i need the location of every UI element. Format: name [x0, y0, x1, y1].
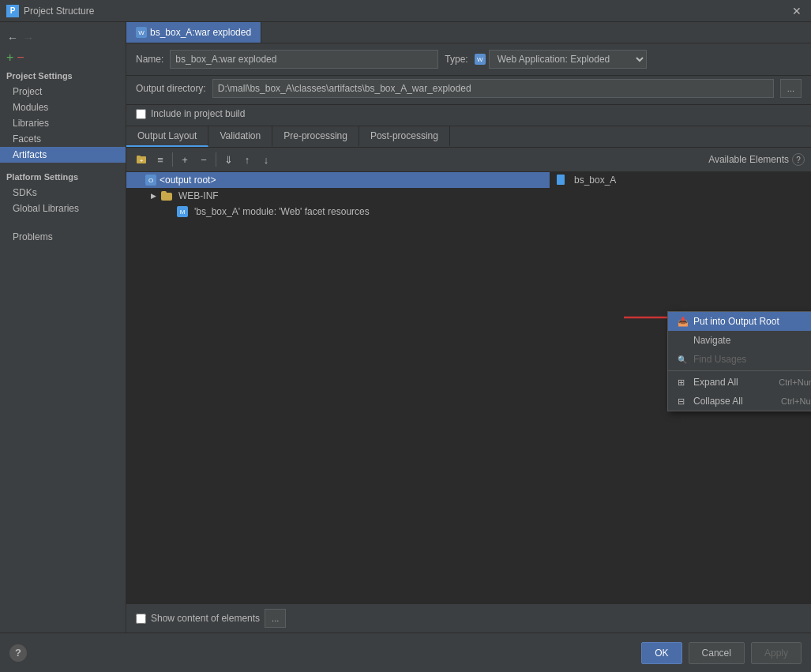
context-menu-item-find-usages: 🔍 Find Usages Ctrl+G: [668, 350, 811, 369]
put-into-label: Put into Output Root: [693, 316, 779, 327]
layout-toolbar: + ≡ + − ⇓ ↑ ↓ Available Elements ?: [126, 148, 811, 172]
sidebar-nav-icons: ← →: [0, 28, 126, 47]
tree-arrow-web-inf[interactable]: ▶: [148, 191, 158, 201]
type-select[interactable]: Web Application: Exploded: [489, 50, 647, 69]
artifact-tab-icon: W: [136, 27, 147, 38]
sidebar-item-sdks[interactable]: SDKs: [0, 185, 126, 201]
output-dir-label: Output directory:: [136, 83, 206, 94]
right-item-bs-box-a[interactable]: bs_box_A: [550, 172, 811, 188]
sidebar-item-facets[interactable]: Facets: [0, 131, 126, 147]
context-menu-item-navigate[interactable]: Navigate F12: [668, 331, 811, 350]
tab-validation[interactable]: Validation: [208, 126, 272, 147]
move-up-button[interactable]: ↑: [238, 151, 256, 168]
sidebar: ← → + − Project Settings Project Modules…: [0, 22, 126, 633]
type-label: Type:: [445, 54, 467, 65]
sidebar-item-libraries[interactable]: Libraries: [0, 115, 126, 131]
find-usages-icon: 🔍: [678, 355, 690, 364]
output-root-icon: O: [145, 175, 156, 186]
remove-button[interactable]: −: [195, 151, 212, 168]
tree-item-web-inf-label: WEB-INF: [178, 190, 219, 201]
tree-item-module-resources[interactable]: M 'bs_box_A' module: 'Web' facet resourc…: [126, 204, 550, 220]
type-icon: W: [475, 54, 486, 65]
nav-back-icon[interactable]: ←: [6, 32, 19, 44]
output-dir-input[interactable]: [212, 79, 774, 98]
available-help-icon[interactable]: ?: [792, 153, 805, 166]
window-title: Project Structure: [24, 6, 94, 17]
footer-left: ?: [9, 644, 27, 662]
sidebar-item-project[interactable]: Project: [0, 84, 126, 99]
remove-item-button[interactable]: −: [17, 51, 24, 65]
title-bar-left: P Project Structure: [6, 5, 94, 17]
tree-item-web-inf[interactable]: ▶ WEB-INF: [126, 188, 550, 204]
context-menu-sep-1: [668, 370, 811, 371]
tree-arrow-output-root: [133, 175, 142, 185]
tree-item-output-root-label: <output root>: [160, 175, 216, 186]
footer-buttons: OK Cancel Apply: [641, 642, 802, 664]
artifact-header: W bs_box_A:war exploded: [126, 22, 811, 43]
sidebar-item-problems[interactable]: Problems: [0, 229, 126, 245]
context-menu: 📥 Put into Output Root Navigate F12 🔍: [667, 311, 811, 411]
find-usages-label: Find Usages: [693, 354, 746, 365]
add-item-button[interactable]: +: [6, 51, 13, 65]
apply-button[interactable]: Apply: [751, 642, 802, 664]
platform-settings-heading: Platform Settings: [0, 169, 126, 185]
ok-button[interactable]: OK: [641, 642, 681, 664]
add-remove-toolbar: + −: [0, 51, 126, 68]
tabs-row: Output Layout Validation Pre-processing …: [126, 126, 811, 148]
put-into-icon: 📥: [678, 317, 690, 327]
name-type-row: Name: Type: W Web Application: Exploded: [126, 43, 811, 76]
sidebar-item-modules[interactable]: Modules: [0, 99, 126, 115]
include-label: Include in project build: [151, 108, 245, 119]
project-settings-heading: Project Settings: [0, 68, 126, 84]
output-layout-panel: + ≡ + − ⇓ ↑ ↓ Available Elements ?: [126, 148, 811, 633]
title-bar: P Project Structure ✕: [0, 0, 811, 22]
help-button[interactable]: ?: [9, 644, 27, 662]
output-dir-row: Output directory: ...: [126, 76, 811, 105]
create-dir-button[interactable]: +: [133, 151, 150, 168]
browse-button[interactable]: ...: [780, 79, 802, 98]
available-elements-label: Available Elements ?: [708, 153, 805, 166]
list-view-button[interactable]: ≡: [152, 151, 169, 168]
svg-text:+: +: [140, 157, 144, 164]
show-content-options-button[interactable]: ...: [265, 609, 286, 628]
cancel-button[interactable]: Cancel: [689, 642, 745, 664]
app-icon: P: [6, 5, 19, 17]
navigate-label: Navigate: [693, 335, 730, 346]
close-button[interactable]: ✕: [789, 3, 805, 19]
folder-icon-web-inf: [161, 191, 172, 201]
content-area: W bs_box_A:war exploded Name: Type: W We…: [126, 22, 811, 633]
tree-item-module-label: 'bs_box_A' module: 'Web' facet resources: [194, 206, 370, 217]
context-menu-item-put-into-output-root[interactable]: 📥 Put into Output Root: [668, 312, 811, 331]
sidebar-item-global-libraries[interactable]: Global Libraries: [0, 201, 126, 216]
tree-arrow-module: [164, 207, 174, 216]
nav-forward-icon[interactable]: →: [22, 32, 35, 44]
tab-pre-processing[interactable]: Pre-processing: [272, 126, 359, 147]
toolbar-sep-1: [172, 152, 173, 167]
module-icon: M: [177, 206, 188, 217]
move-down-button[interactable]: ↓: [257, 151, 275, 168]
right-item-label: bs_box_A: [574, 175, 616, 186]
collapse-all-shortcut: Ctrl+NumPad -: [781, 396, 811, 406]
collapse-all-label: Collapse All: [693, 396, 743, 407]
name-input[interactable]: [170, 50, 438, 69]
name-label: Name:: [136, 54, 163, 65]
left-pane: O <output root> ▶ WEB-INF: [126, 172, 550, 603]
sidebar-item-artifacts[interactable]: Artifacts: [0, 147, 126, 163]
type-select-container: W Web Application: Exploded: [475, 50, 647, 69]
include-checkbox-row: Include in project build: [126, 105, 811, 126]
show-content-checkbox[interactable]: [136, 614, 146, 624]
tree-item-output-root[interactable]: O <output root>: [126, 172, 550, 188]
tab-output-layout[interactable]: Output Layout: [126, 126, 208, 147]
tab-post-processing[interactable]: Post-processing: [359, 126, 450, 147]
context-menu-item-expand-all[interactable]: ⊞ Expand All Ctrl+NumPad +: [668, 373, 811, 392]
collapse-all-icon: ⊟: [678, 396, 690, 407]
show-content-label: Show content of elements: [151, 613, 260, 624]
context-menu-item-collapse-all[interactable]: ⊟ Collapse All Ctrl+NumPad -: [668, 392, 811, 411]
expand-all-icon: ⊞: [678, 377, 690, 388]
artifact-tab[interactable]: W bs_box_A:war exploded: [126, 22, 261, 43]
toolbar-sep-2: [216, 152, 216, 167]
bottom-row: Show content of elements ...: [126, 603, 811, 633]
move-into-button[interactable]: ⇓: [220, 151, 237, 168]
include-checkbox[interactable]: [136, 109, 146, 119]
add-button[interactable]: +: [176, 151, 193, 168]
